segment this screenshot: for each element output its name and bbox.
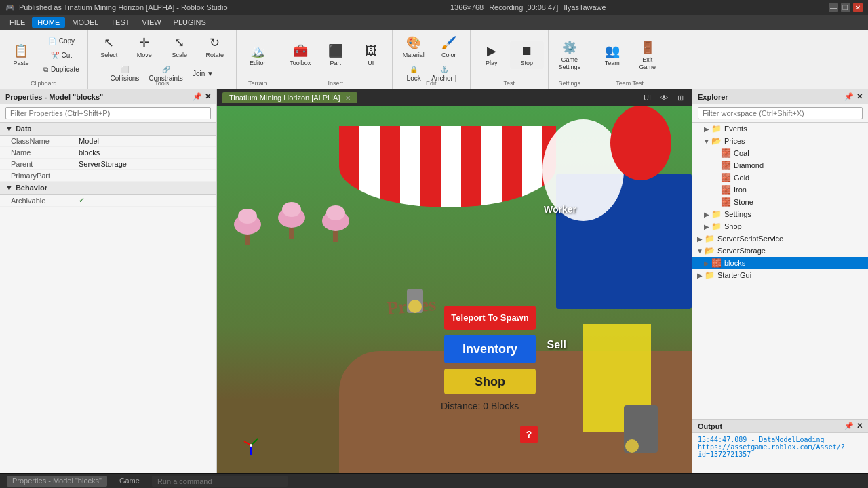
sell-label: Sell [547, 339, 566, 351]
toolbar-test-group: ▶ Play ⏹ Stop Test [471, 30, 549, 89]
parent-row: Parent ServerStorage [0, 159, 216, 170]
output-pin-icon[interactable]: 📌 [844, 422, 854, 430]
menu-test[interactable]: TEST [105, 17, 135, 28]
explorer-close-icon[interactable]: ✕ [856, 92, 863, 101]
prices-folder-icon [711, 136, 722, 146]
inventory-button[interactable]: Inventory [444, 335, 536, 363]
tree-top-1 [234, 214, 261, 235]
copy-button[interactable]: 📄 Copy [39, 35, 83, 47]
explorer-item-events[interactable]: Events [692, 123, 868, 135]
viewport-tab-close[interactable]: ✕ [345, 94, 351, 102]
bottom-tab-game[interactable]: Game [114, 476, 145, 487]
part-button[interactable]: ⬛ Part [319, 41, 353, 70]
output-close-icon[interactable]: ✕ [856, 422, 863, 430]
menu-plugins[interactable]: PLUGINS [168, 17, 212, 28]
behavior-section-header[interactable]: ▼ Behavior [0, 182, 216, 195]
explorer-item-startergui[interactable]: StarterGui [692, 269, 868, 281]
settings-icon: ⚙️ [562, 40, 577, 55]
menu-file[interactable]: FILE [4, 17, 31, 28]
props-close-icon[interactable]: ✕ [205, 92, 211, 101]
screen-icon[interactable]: ⊞ [675, 93, 686, 103]
game-settings-button[interactable]: ⚙️ Game Settings [553, 37, 587, 74]
game-scene: Prices Teleport To Spawn Inventory Shop … [217, 106, 692, 473]
team-test-button[interactable]: 👥 Team [595, 41, 629, 70]
viewport-tab-main[interactable]: Tinatium Mining Horizon [ALPHA] ✕ [222, 92, 357, 103]
explorer-item-blocks[interactable]: blocks [692, 257, 868, 269]
move-button[interactable]: ✛ Move [127, 33, 161, 62]
collisions-button[interactable]: ⬜ Collisions [106, 63, 144, 85]
menu-home[interactable]: HOME [32, 17, 65, 28]
ui-button[interactable]: 🖼 UI [354, 41, 388, 70]
cut-icon: ✂️ [51, 52, 59, 59]
teleport-button[interactable]: Teleport To Spawn [444, 306, 536, 330]
props-filter-input[interactable] [5, 107, 211, 119]
settings-arrow [702, 211, 711, 218]
toolbar-clipboard-row: 📋 Paste 📄 Copy ✂️ Cut ⧉ Duplicate [4, 33, 83, 78]
move-icon: ✛ [139, 35, 149, 50]
menu-model[interactable]: MODEL [66, 17, 104, 28]
join-button[interactable]: Join ▼ [189, 67, 218, 80]
titlebar-center: 1366×768 Recording [00:08:47] IlyasTawaw… [450, 3, 606, 12]
exit-game-button[interactable]: 🚪 Exit Game [631, 37, 665, 74]
output-header: Output 📌 ✕ [692, 420, 868, 433]
rotate-button[interactable]: ↻ Rotate [198, 33, 232, 62]
roblox-studio-icon: 🎮 [5, 3, 15, 12]
explorer-item-shop[interactable]: Shop [692, 220, 868, 232]
stop-button[interactable]: ⏹ Stop [510, 41, 544, 70]
explorer-item-serverscriptservice[interactable]: ServerScriptService [692, 232, 868, 245]
bottom-bar-left: Properties - Model "blocks" Game [7, 476, 288, 487]
events-arrow [702, 125, 711, 133]
rotate-icon: ↻ [210, 35, 220, 50]
menu-view[interactable]: VIEW [136, 17, 166, 28]
settings-folder-icon [711, 209, 722, 219]
props-pin-icon[interactable]: 📌 [193, 92, 202, 101]
color-button[interactable]: 🖌️ Color [432, 33, 466, 62]
material-button[interactable]: 🎨 Material [397, 33, 431, 62]
properties-filter[interactable] [0, 104, 216, 123]
scale-button[interactable]: ⤡ Scale [163, 33, 197, 62]
output-content: 15:44:47.089 - DataModelLoading https://… [692, 433, 868, 461]
editor-button[interactable]: 🏔️ Editor [241, 41, 275, 70]
paste-button[interactable]: 📋 Paste [4, 41, 38, 70]
tent-stripe [339, 126, 556, 207]
play-button[interactable]: ▶ Play [475, 41, 509, 70]
stone-icon [721, 197, 731, 207]
explorer-item-stone[interactable]: Stone [692, 196, 868, 208]
archivable-row: Archivable ✓ [0, 195, 216, 207]
minimize-button[interactable]: — [829, 3, 838, 12]
explorer-item-serverstorage[interactable]: ServerStorage [692, 245, 868, 257]
explorer-item-settings[interactable]: Settings [692, 208, 868, 220]
run-command-input[interactable] [152, 476, 288, 487]
explorer-filter[interactable] [692, 104, 868, 123]
tree-trunk-1 [245, 235, 250, 245]
lock-button[interactable]: 🔒 Lock [401, 63, 426, 85]
explorer-item-gold[interactable]: Gold [692, 171, 868, 184]
explorer-item-coal[interactable]: Coal [692, 147, 868, 159]
toolbar-insert-group: 🧰 Toolbox ⬛ Part 🖼 UI Insert [279, 30, 393, 89]
tree-trunk-2 [289, 228, 294, 239]
data-section-header[interactable]: ▼ Data [0, 123, 216, 136]
explorer-item-diamond[interactable]: Diamond [692, 159, 868, 171]
cut-button[interactable]: ✂️ Cut [39, 49, 83, 62]
material-icon: 🎨 [406, 35, 421, 50]
prices-arrow [702, 138, 711, 145]
select-button[interactable]: ↖ Select [92, 33, 126, 62]
viewport[interactable]: Tinatium Mining Horizon [ALPHA] ✕ UI 👁 ⊞ [217, 89, 692, 473]
toolbar-team-test-group: 👥 Team 🚪 Exit Game Team Test [591, 30, 669, 89]
explorer-filter-input[interactable] [698, 107, 863, 119]
explorer-pin-icon[interactable]: 📌 [844, 92, 854, 101]
eye-icon[interactable]: 👁 [658, 93, 671, 102]
bottom-tab-properties[interactable]: Properties - Model "blocks" [7, 476, 107, 487]
toolbar-team-test-row: 👥 Team 🚪 Exit Game [595, 33, 665, 78]
shop-button[interactable]: Shop [444, 369, 536, 394]
toolbox-icon: 🧰 [293, 43, 308, 58]
duplicate-button[interactable]: ⧉ Duplicate [39, 63, 83, 77]
close-button[interactable]: ✕ [853, 3, 863, 12]
explorer-item-prices[interactable]: Prices [692, 135, 868, 147]
ui-toggle[interactable]: UI [641, 93, 654, 102]
maximize-button[interactable]: ❐ [841, 3, 850, 12]
properties-header: Properties - Model "blocks" 📌 ✕ [0, 89, 216, 104]
explorer-item-iron[interactable]: Iron [692, 184, 868, 196]
toolbox-button[interactable]: 🧰 Toolbox [283, 41, 317, 70]
exit-icon: 🚪 [640, 40, 655, 55]
